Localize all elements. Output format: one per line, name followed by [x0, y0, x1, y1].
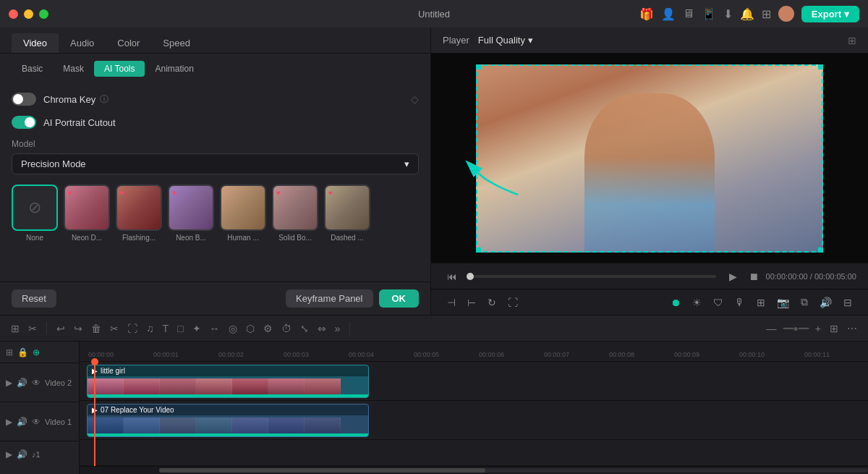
effect-label-flashing: Flashing...	[122, 234, 156, 242]
keyframe-panel-button[interactable]: Keyframe Panel	[286, 289, 373, 308]
layout-icon[interactable]: ⊟	[839, 294, 856, 311]
video1-eye-icon[interactable]: 👁	[32, 417, 41, 427]
window-title: Untitled	[418, 9, 450, 20]
tab-audio[interactable]: Audio	[59, 33, 106, 53]
shield-icon[interactable]: 🛡	[709, 294, 728, 311]
ai-portrait-toggle[interactable]	[12, 116, 36, 129]
redo-icon[interactable]: ↪	[72, 321, 85, 337]
reset-button[interactable]: Reset	[12, 289, 56, 308]
more-options-icon[interactable]: ⋯	[845, 321, 859, 337]
subtab-basic[interactable]: Basic	[12, 61, 53, 77]
tab-color[interactable]: Color	[106, 33, 151, 53]
effect-neon-d[interactable]: ♥ Neon D...	[64, 185, 110, 242]
effect-solid-bo[interactable]: ♥ Solid Bo...	[272, 185, 318, 242]
zoom-slider[interactable]: ━━●━━	[783, 323, 809, 334]
effect-none[interactable]: ⊘ None	[12, 185, 58, 242]
speed-icon[interactable]: ⏱	[279, 321, 294, 337]
display-icon[interactable]: 🖥	[683, 7, 694, 20]
fullscreen-button[interactable]	[39, 9, 48, 19]
color-tool-icon[interactable]: ⬡	[244, 321, 257, 337]
lock-icon[interactable]: 🔒	[17, 347, 28, 357]
corner-handle-tl	[476, 64, 481, 69]
cut-icon[interactable]: ✂	[26, 321, 39, 337]
pip-icon[interactable]: ⧉	[796, 293, 812, 311]
more-icon[interactable]: »	[333, 321, 343, 337]
scrollbar-thumb[interactable]	[159, 468, 485, 473]
subtab-mask[interactable]: Mask	[53, 61, 94, 77]
grid-icon[interactable]: ⊞	[762, 7, 771, 21]
transition-icon[interactable]: ↔	[208, 321, 222, 337]
mic-icon[interactable]: 🎙	[731, 294, 749, 311]
playhead-top	[91, 358, 98, 365]
adjust-icon[interactable]: ⚙	[261, 321, 275, 337]
wrap-icon[interactable]: ⇔	[315, 321, 328, 337]
chroma-key-toggle[interactable]	[12, 93, 36, 106]
track-row-audio1	[80, 440, 868, 466]
undo-icon[interactable]: ↩	[54, 321, 67, 337]
ruler-mark-5: 00:00:04	[347, 351, 412, 358]
playhead[interactable]	[94, 362, 95, 466]
text-icon[interactable]: T	[161, 321, 171, 337]
crop-button[interactable]: ⛶	[503, 294, 522, 311]
zoom-out-icon[interactable]: —	[765, 321, 779, 337]
effect-dashed[interactable]: ♥ Dashed ...	[324, 185, 370, 242]
loop-button[interactable]: ↻	[483, 294, 501, 311]
record-button[interactable]: ⏺	[666, 294, 685, 311]
effect-thumb-neon-d: ♥	[64, 185, 110, 231]
subtab-ai-tools[interactable]: AI Tools	[94, 61, 145, 77]
add-track-icon[interactable]: ⊞	[6, 347, 13, 357]
trim-right-button[interactable]: ⊢	[463, 294, 480, 311]
sticker-icon[interactable]: 📷	[773, 294, 793, 311]
zoom-in-icon[interactable]: +	[813, 321, 823, 337]
effect-flashing[interactable]: ♥ Flashing...	[116, 185, 162, 242]
user-icon[interactable]: 👤	[661, 7, 676, 21]
player-header: Player Full Quality ▾ ⊞	[431, 27, 868, 54]
scene-icon[interactable]: ⊞	[9, 321, 22, 337]
progress-bar[interactable]	[470, 275, 716, 278]
crop-tool-icon[interactable]: ⛶	[125, 321, 140, 337]
play-button[interactable]: ▶	[725, 268, 741, 285]
heart-icon-2: ♥	[120, 189, 124, 197]
delete-icon[interactable]: 🗑	[89, 321, 103, 337]
export-button[interactable]: Export ▾	[801, 6, 859, 22]
devices-icon[interactable]: 📱	[702, 7, 716, 21]
minimize-button[interactable]	[24, 9, 33, 19]
filter-icon[interactable]: ◎	[226, 321, 239, 337]
download-icon[interactable]: ⬇	[723, 7, 733, 21]
avatar[interactable]	[778, 6, 794, 22]
clip-icon[interactable]: □	[175, 321, 185, 337]
effect-human[interactable]: Human ...	[220, 185, 266, 242]
close-button[interactable]	[9, 9, 18, 19]
tab-speed[interactable]: Speed	[151, 33, 202, 53]
tab-video[interactable]: Video	[12, 33, 59, 53]
quality-select[interactable]: Full Quality ▾	[478, 35, 533, 46]
volume-icon[interactable]: 🔊	[815, 294, 836, 311]
stop-button[interactable]: ⏹	[744, 268, 763, 285]
video2-audio-icon[interactable]: 🔊	[17, 378, 27, 388]
chroma-key-info-icon[interactable]: ⓘ	[100, 93, 109, 106]
trim-left-button[interactable]: ⊣	[443, 294, 460, 311]
magnet-icon[interactable]: ⊕	[33, 347, 40, 357]
grid-layout-icon[interactable]: ⊞	[827, 321, 841, 337]
audio-icon[interactable]: ♫	[144, 321, 156, 337]
ok-button[interactable]: OK	[379, 289, 420, 308]
effect-neon-b[interactable]: ♥ Neon B...	[168, 185, 214, 242]
bell-icon[interactable]: 🔔	[740, 7, 754, 21]
gift-icon[interactable]: 🎁	[639, 7, 654, 21]
model-select[interactable]: Precision Mode ▾	[12, 153, 419, 174]
scrollbar-track[interactable]	[159, 468, 868, 473]
clip-video1[interactable]: ▶ 07 Replace Your Video	[87, 404, 369, 437]
view-grid-icon[interactable]: ⊞	[848, 35, 856, 46]
effects-icon[interactable]: ✦	[190, 321, 203, 337]
jump-start-button[interactable]: ⏮	[443, 268, 461, 285]
brightness-icon[interactable]: ☀	[688, 294, 706, 311]
audio1-icon[interactable]: 🔊	[17, 449, 27, 460]
caption-icon[interactable]: ⊞	[752, 294, 770, 311]
track-label-video2: ▶ 🔊 👁 Video 2	[0, 363, 79, 402]
video1-audio-icon[interactable]: 🔊	[17, 417, 27, 427]
subtab-animation[interactable]: Animation	[145, 61, 203, 77]
scissors-icon[interactable]: ✂	[108, 321, 121, 337]
zoom-icon[interactable]: ⤡	[298, 321, 311, 337]
video2-eye-icon[interactable]: 👁	[32, 378, 41, 388]
clip-video2[interactable]: ▶ little girl	[87, 365, 369, 398]
